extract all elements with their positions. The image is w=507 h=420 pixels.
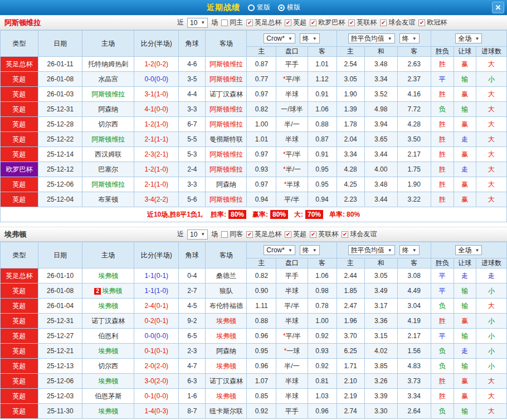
score-cell[interactable]: 1-2(1-0) bbox=[134, 117, 179, 132]
score-cell[interactable]: 0-1(0-1) bbox=[134, 344, 179, 359]
score-cell[interactable]: 1-1(1-0) bbox=[134, 284, 179, 299]
away-team-cell[interactable]: 阿斯顿维拉 bbox=[206, 162, 247, 177]
away-team-cell[interactable]: 纽卡斯尔联 bbox=[206, 404, 247, 419]
home-team-cell[interactable]: 埃弗顿 bbox=[82, 404, 134, 419]
select-value: 胜平负均值 bbox=[351, 246, 384, 255]
close-button[interactable]: ✕ bbox=[492, 2, 504, 13]
filter-checkbox[interactable]: ✔英超 bbox=[285, 229, 306, 239]
home-team-cell[interactable]: 诺丁汉森林 bbox=[82, 314, 134, 329]
home-team-name: 伯恩茅斯 bbox=[95, 392, 121, 400]
score-cell[interactable]: 0-0(0-0) bbox=[134, 329, 179, 344]
crown-bookmaker-select[interactable]: Crow*▼ bbox=[264, 33, 295, 43]
score-cell[interactable]: 0-1(0-0) bbox=[134, 389, 179, 404]
filter-checkbox[interactable]: ✔英足总杯 bbox=[246, 18, 281, 27]
score-cell[interactable]: 4-1(0-0) bbox=[134, 102, 179, 117]
filter-checkbox[interactable]: ✔球会友谊 bbox=[380, 18, 415, 27]
filter-checkbox[interactable]: ✔球会友谊 bbox=[342, 229, 377, 239]
score-cell[interactable]: 1-2(1-0) bbox=[134, 162, 179, 177]
asterisk-marker: * bbox=[283, 332, 286, 340]
handicap-cell: 半球 bbox=[276, 374, 308, 389]
score-cell[interactable]: 2-3(2-1) bbox=[134, 147, 179, 162]
home-team-cell[interactable]: 切尔西 bbox=[82, 359, 134, 374]
score-cell[interactable]: 3-0(2-0) bbox=[134, 374, 179, 389]
final-odds-select[interactable]: 终▼ bbox=[300, 33, 320, 43]
away-team-name: 埃弗顿 bbox=[216, 317, 236, 325]
score-cell[interactable]: 3-1(1-0) bbox=[134, 87, 179, 102]
score-cell[interactable]: 2-0(2-0) bbox=[134, 359, 179, 374]
away-team-cell[interactable]: 埃弗顿 bbox=[206, 389, 247, 404]
away-team-cell[interactable]: 阿斯顿维拉 bbox=[206, 57, 247, 72]
filter-checkbox[interactable]: 同客 bbox=[221, 229, 243, 239]
score-cell[interactable]: 2-4(0-1) bbox=[134, 299, 179, 314]
away-team-cell[interactable]: 阿森纳 bbox=[206, 344, 247, 359]
score-cell[interactable]: 3-4(2-2) bbox=[134, 192, 179, 207]
home-team-cell[interactable]: 伯恩利 bbox=[82, 329, 134, 344]
away-team-cell[interactable]: 狼队 bbox=[206, 284, 247, 299]
away-team-cell[interactable]: 诺丁汉森林 bbox=[206, 87, 247, 102]
score-cell[interactable]: 2-1(1-0) bbox=[134, 177, 179, 192]
away-team-cell[interactable]: 阿斯顿维拉 bbox=[206, 117, 247, 132]
score-cell[interactable]: 1-1(0-1) bbox=[134, 268, 179, 284]
score-cell[interactable]: 0-2(0-1) bbox=[134, 314, 179, 329]
final-odds-select[interactable]: 终▼ bbox=[399, 245, 420, 255]
team-name[interactable]: 埃弗顿 bbox=[4, 229, 26, 240]
away-team-cell[interactable]: 桑德兰 bbox=[206, 268, 247, 284]
home-team-cell[interactable]: 阿森纳 bbox=[82, 102, 134, 117]
euro-home-odds-cell: 1.90 bbox=[337, 87, 364, 102]
home-team-cell[interactable]: 阿斯顿维拉 bbox=[82, 177, 134, 192]
home-team-cell[interactable]: 巴塞尔 bbox=[82, 162, 134, 177]
away-team-cell[interactable]: 曼彻斯特联 bbox=[206, 132, 247, 147]
away-team-cell[interactable]: 埃弗顿 bbox=[206, 329, 247, 344]
radio-vertical-layout[interactable]: 竖版 bbox=[248, 3, 270, 12]
score-cell[interactable]: 2-1(1-1) bbox=[134, 132, 179, 147]
filter-checkbox[interactable]: 同主 bbox=[221, 18, 243, 27]
team-name[interactable]: 阿斯顿维拉 bbox=[4, 18, 41, 28]
home-team-cell[interactable]: 埃弗顿 bbox=[82, 344, 134, 359]
home-team-cell[interactable]: 阿斯顿维拉 bbox=[82, 132, 134, 147]
full-match-select[interactable]: 全场▼ bbox=[455, 245, 482, 255]
filter-checkbox[interactable]: ✔英足总杯 bbox=[246, 229, 281, 239]
away-team-cell[interactable]: 布伦特福德 bbox=[206, 299, 247, 314]
column-subheader-euro-away: 客 bbox=[397, 47, 431, 57]
away-team-cell[interactable]: 埃弗顿 bbox=[206, 314, 247, 329]
radio-horizontal-layout[interactable]: 横版 bbox=[278, 3, 300, 12]
final-odds-select[interactable]: 终▼ bbox=[399, 33, 420, 43]
home-team-cell[interactable]: 布莱顿 bbox=[82, 192, 134, 207]
home-team-cell[interactable]: 埃弗顿 bbox=[82, 374, 134, 389]
home-team-cell[interactable]: 切尔西 bbox=[82, 117, 134, 132]
full-match-select[interactable]: 全场▼ bbox=[455, 33, 482, 43]
filter-checkbox[interactable]: ✔欧冠杯 bbox=[418, 18, 447, 27]
away-team-cell[interactable]: 阿斯顿维拉 bbox=[206, 102, 247, 117]
home-team-cell[interactable]: 埃弗顿 bbox=[82, 299, 134, 314]
match-count-select[interactable]: 10▼ bbox=[187, 18, 208, 28]
away-team-cell[interactable]: 埃弗顿 bbox=[206, 359, 247, 374]
filter-checkbox[interactable]: ✔英超 bbox=[285, 18, 306, 27]
crown-bookmaker-select[interactable]: Crow*▼ bbox=[264, 245, 295, 255]
select-value: Crow* bbox=[266, 35, 285, 42]
filter-checkbox[interactable]: ✔英联杯 bbox=[348, 18, 377, 27]
filter-checkbox[interactable]: ✔英联杯 bbox=[310, 229, 338, 239]
home-team-cell[interactable]: 水晶宫 bbox=[82, 72, 134, 87]
away-team-cell[interactable]: 阿森纳 bbox=[206, 177, 247, 192]
corner-cell: 5-6 bbox=[179, 192, 206, 207]
filter-checkbox[interactable]: ✔欧罗巴杯 bbox=[310, 18, 345, 27]
home-team-cell[interactable]: 托特纳姆热刺 bbox=[82, 57, 134, 72]
score-cell[interactable]: 1-4(0-3) bbox=[134, 404, 179, 419]
score-cell[interactable]: 1-2(0-2) bbox=[134, 57, 179, 72]
away-team-cell[interactable]: 阿斯顿维拉 bbox=[206, 192, 247, 207]
away-team-cell[interactable]: 诺丁汉森林 bbox=[206, 374, 247, 389]
average-odds-select[interactable]: 胜平负均值▼ bbox=[348, 245, 395, 255]
final-odds-select[interactable]: 终▼ bbox=[300, 245, 320, 255]
home-team-cell[interactable]: 埃弗顿 bbox=[82, 268, 134, 284]
match-row: 英超25-12-06阿斯顿维拉2-1(1-0)3-3阿森纳0.97*半球0.95… bbox=[1, 177, 507, 192]
average-odds-select[interactable]: 胜平负均值▼ bbox=[348, 33, 395, 43]
home-team-cell[interactable]: 阿斯顿维拉 bbox=[82, 87, 134, 102]
home-team-cell[interactable]: 2埃弗顿 bbox=[82, 284, 134, 299]
home-team-cell[interactable]: 西汉姆联 bbox=[82, 147, 134, 162]
home-team-cell[interactable]: 伯恩茅斯 bbox=[82, 389, 134, 404]
match-count-select[interactable]: 10▼ bbox=[187, 229, 208, 240]
score-cell[interactable]: 0-0(0-0) bbox=[134, 72, 179, 87]
away-team-cell[interactable]: 阿斯顿维拉 bbox=[206, 147, 247, 162]
away-team-cell[interactable]: 阿斯顿维拉 bbox=[206, 72, 247, 87]
match-row: 英超26-01-04埃弗顿2-4(0-1)4-5布伦特福德1.11平/半0.78… bbox=[1, 299, 507, 314]
